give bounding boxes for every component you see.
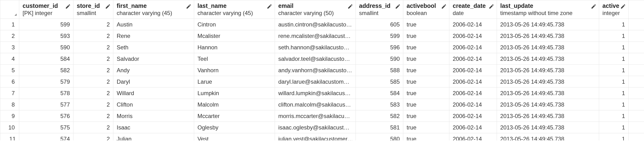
row-number-cell[interactable]: 11 xyxy=(0,133,19,141)
cell-store-id[interactable]: 2 xyxy=(74,53,113,65)
cell-store-id[interactable]: 2 xyxy=(74,99,113,110)
column-header-customer-id[interactable]: customer_id [PK] integer xyxy=(19,0,74,19)
cell-first-name[interactable]: Andy xyxy=(113,65,194,76)
column-header-first-name[interactable]: first_name character varying (45) xyxy=(113,0,194,19)
pencil-icon[interactable] xyxy=(441,4,447,9)
cell-last-update[interactable]: 2013-05-26 14:49:45.738 xyxy=(497,30,599,42)
cell-store-id[interactable]: 2 xyxy=(74,133,113,141)
cell-customer-id[interactable]: 577 xyxy=(19,99,74,110)
cell-store-id[interactable]: 2 xyxy=(74,88,113,99)
cell-last-update[interactable]: 2013-05-26 14:49:45.738 xyxy=(497,122,599,133)
cell-activebool[interactable]: true xyxy=(403,30,449,42)
table-row[interactable]: 75782WillardLumpkinwillard.lumpkin@sakil… xyxy=(0,88,644,99)
cell-email[interactable]: morris.mccarter@sakilacust… xyxy=(275,110,356,122)
cell-store-id[interactable]: 2 xyxy=(74,19,113,30)
row-number-cell[interactable]: 8 xyxy=(0,99,19,110)
cell-create-date[interactable]: 2006-02-14 xyxy=(449,76,497,88)
pencil-icon[interactable] xyxy=(105,4,111,9)
cell-activebool[interactable]: true xyxy=(403,122,449,133)
cell-email[interactable]: rene.mcalister@sakilacusto… xyxy=(275,30,356,42)
cell-customer-id[interactable]: 575 xyxy=(19,122,74,133)
cell-activebool[interactable]: true xyxy=(403,110,449,122)
cell-address-id[interactable]: 582 xyxy=(356,110,403,122)
cell-last-update[interactable]: 2013-05-26 14:49:45.738 xyxy=(497,76,599,88)
row-number-cell[interactable]: 1 xyxy=(0,19,19,30)
cell-activebool[interactable]: true xyxy=(403,65,449,76)
cell-first-name[interactable]: Morris xyxy=(113,110,194,122)
cell-create-date[interactable]: 2006-02-14 xyxy=(449,122,497,133)
cell-active[interactable]: 1 xyxy=(599,122,628,133)
cell-customer-id[interactable]: 579 xyxy=(19,76,74,88)
cell-create-date[interactable]: 2006-02-14 xyxy=(449,133,497,141)
cell-address-id[interactable]: 580 xyxy=(356,133,403,141)
cell-address-id[interactable]: 581 xyxy=(356,122,403,133)
cell-customer-id[interactable]: 599 xyxy=(19,19,74,30)
cell-active[interactable]: 1 xyxy=(599,30,628,42)
cell-last-name[interactable]: Lumpkin xyxy=(194,88,275,99)
cell-store-id[interactable]: 2 xyxy=(74,30,113,42)
cell-email[interactable]: andy.vanhorn@sakilacusto… xyxy=(275,65,356,76)
table-row[interactable]: 15992AustinCintronaustin.cintron@sakilac… xyxy=(0,19,644,30)
cell-customer-id[interactable]: 582 xyxy=(19,65,74,76)
cell-last-update[interactable]: 2013-05-26 14:49:45.738 xyxy=(497,19,599,30)
cell-address-id[interactable]: 596 xyxy=(356,42,403,53)
cell-email[interactable]: seth.hannon@sakilacustom… xyxy=(275,42,356,53)
cell-email[interactable]: isaac.oglesby@sakilacusto… xyxy=(275,122,356,133)
row-number-cell[interactable]: 7 xyxy=(0,88,19,99)
table-row[interactable]: 25932ReneMcalisterrene.mcalister@sakilac… xyxy=(0,30,644,42)
cell-activebool[interactable]: true xyxy=(403,133,449,141)
cell-active[interactable]: 1 xyxy=(599,110,628,122)
cell-address-id[interactable]: 599 xyxy=(356,30,403,42)
cell-last-update[interactable]: 2013-05-26 14:49:45.738 xyxy=(497,133,599,141)
cell-create-date[interactable]: 2006-02-14 xyxy=(449,19,497,30)
pencil-icon[interactable] xyxy=(395,4,401,9)
cell-last-name[interactable]: Vanhorn xyxy=(194,65,275,76)
cell-create-date[interactable]: 2006-02-14 xyxy=(449,42,497,53)
cell-last-name[interactable]: Mccarter xyxy=(194,110,275,122)
cell-active[interactable]: 1 xyxy=(599,53,628,65)
cell-activebool[interactable]: true xyxy=(403,19,449,30)
cell-first-name[interactable]: Clifton xyxy=(113,99,194,110)
column-header-last-update[interactable]: last_update timestamp without time zone xyxy=(497,0,599,19)
column-header-active[interactable]: active integer xyxy=(599,0,628,19)
cell-last-name[interactable]: Larue xyxy=(194,76,275,88)
cell-email[interactable]: salvador.teel@sakilacustom… xyxy=(275,53,356,65)
cell-create-date[interactable]: 2006-02-14 xyxy=(449,65,497,76)
column-header-store-id[interactable]: store_id smallint xyxy=(74,0,113,19)
cell-address-id[interactable]: 584 xyxy=(356,88,403,99)
cell-customer-id[interactable]: 593 xyxy=(19,30,74,42)
cell-email[interactable]: julian.vest@sakilacustomer… xyxy=(275,133,356,141)
cell-last-name[interactable]: Hannon xyxy=(194,42,275,53)
pencil-icon[interactable] xyxy=(620,4,626,9)
cell-last-update[interactable]: 2013-05-26 14:49:45.738 xyxy=(497,110,599,122)
row-number-cell[interactable]: 3 xyxy=(0,42,19,53)
cell-email[interactable]: clifton.malcolm@sakilacust… xyxy=(275,99,356,110)
cell-activebool[interactable]: true xyxy=(403,53,449,65)
cell-first-name[interactable]: Salvador xyxy=(113,53,194,65)
rownum-header[interactable] xyxy=(0,0,19,19)
pencil-icon[interactable] xyxy=(186,4,192,9)
column-header-activebool[interactable]: activebool boolean xyxy=(403,0,449,19)
column-header-email[interactable]: email character varying (50) xyxy=(275,0,356,19)
table-row[interactable]: 35902SethHannonseth.hannon@sakilacustom…… xyxy=(0,42,644,53)
cell-active[interactable]: 1 xyxy=(599,19,628,30)
cell-last-update[interactable]: 2013-05-26 14:49:45.738 xyxy=(497,42,599,53)
row-number-cell[interactable]: 4 xyxy=(0,53,19,65)
table-row[interactable]: 95762MorrisMccartermorris.mccarter@sakil… xyxy=(0,110,644,122)
cell-activebool[interactable]: true xyxy=(403,76,449,88)
pencil-icon[interactable] xyxy=(488,4,494,9)
cell-active[interactable]: 1 xyxy=(599,99,628,110)
row-number-cell[interactable]: 6 xyxy=(0,76,19,88)
cell-customer-id[interactable]: 574 xyxy=(19,133,74,141)
cell-email[interactable]: willard.lumpkin@sakilacusto… xyxy=(275,88,356,99)
cell-address-id[interactable]: 588 xyxy=(356,65,403,76)
cell-address-id[interactable]: 590 xyxy=(356,53,403,65)
cell-customer-id[interactable]: 576 xyxy=(19,110,74,122)
table-row[interactable]: 55822AndyVanhornandy.vanhorn@sakilacusto… xyxy=(0,65,644,76)
cell-first-name[interactable]: Austin xyxy=(113,19,194,30)
cell-active[interactable]: 1 xyxy=(599,76,628,88)
row-number-cell[interactable]: 9 xyxy=(0,110,19,122)
pencil-icon[interactable] xyxy=(267,4,272,9)
cell-address-id[interactable]: 585 xyxy=(356,76,403,88)
cell-activebool[interactable]: true xyxy=(403,88,449,99)
